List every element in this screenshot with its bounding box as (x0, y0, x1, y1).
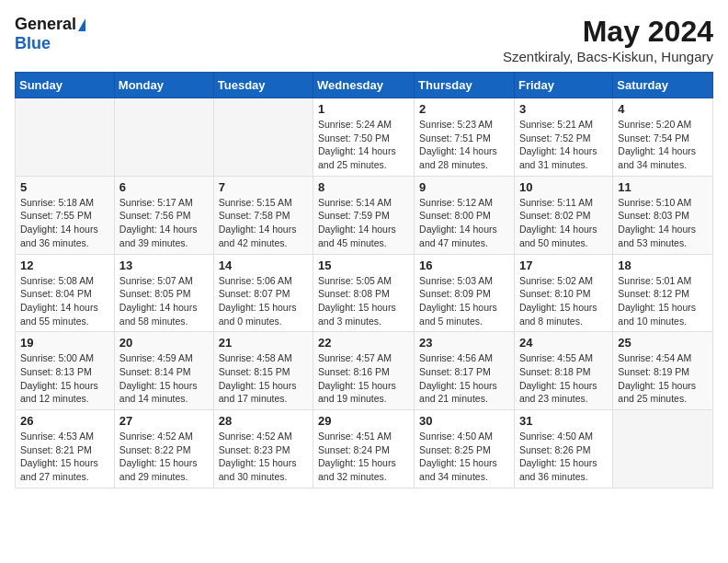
day-info: Sunrise: 4:59 AM Sunset: 8:14 PM Dayligh… (119, 351, 209, 406)
calendar-cell: 11Sunrise: 5:10 AM Sunset: 8:03 PM Dayli… (613, 176, 713, 254)
calendar-cell: 30Sunrise: 4:50 AM Sunset: 8:25 PM Dayli… (415, 410, 515, 488)
day-number: 25 (618, 336, 708, 350)
calendar-cell: 28Sunrise: 4:52 AM Sunset: 8:23 PM Dayli… (213, 410, 313, 488)
day-number: 21 (219, 336, 308, 350)
day-info: Sunrise: 5:08 AM Sunset: 8:04 PM Dayligh… (20, 274, 109, 328)
day-info: Sunrise: 5:21 AM Sunset: 7:52 PM Dayligh… (519, 118, 608, 172)
day-number: 28 (219, 414, 308, 428)
day-info: Sunrise: 5:15 AM Sunset: 7:58 PM Dayligh… (219, 196, 308, 250)
calendar-cell: 9Sunrise: 5:12 AM Sunset: 8:00 PM Daylig… (415, 176, 515, 254)
header-wednesday: Wednesday (313, 73, 415, 98)
day-number: 2 (419, 102, 509, 116)
day-number: 4 (618, 102, 708, 116)
day-info: Sunrise: 4:50 AM Sunset: 8:26 PM Dayligh… (519, 430, 608, 484)
calendar-header-row: SundayMondayTuesdayWednesdayThursdayFrid… (16, 73, 713, 98)
calendar-cell: 31Sunrise: 4:50 AM Sunset: 8:26 PM Dayli… (514, 410, 612, 488)
calendar-subtitle: Szentkiraly, Bacs-Kiskun, Hungary (503, 49, 713, 64)
calendar-cell: 22Sunrise: 4:57 AM Sunset: 8:16 PM Dayli… (313, 332, 415, 410)
day-info: Sunrise: 5:23 AM Sunset: 7:51 PM Dayligh… (419, 118, 509, 172)
calendar-table: SundayMondayTuesdayWednesdayThursdayFrid… (15, 72, 713, 488)
calendar-title: May 2024 (503, 15, 713, 49)
calendar-cell: 25Sunrise: 4:54 AM Sunset: 8:19 PM Dayli… (613, 332, 713, 410)
calendar-week-row: 5Sunrise: 5:18 AM Sunset: 7:55 PM Daylig… (16, 176, 713, 254)
day-info: Sunrise: 5:24 AM Sunset: 7:50 PM Dayligh… (318, 118, 409, 172)
day-info: Sunrise: 5:20 AM Sunset: 7:54 PM Dayligh… (618, 118, 708, 172)
calendar-cell: 12Sunrise: 5:08 AM Sunset: 8:04 PM Dayli… (16, 254, 115, 332)
calendar-cell (16, 98, 115, 177)
header-sunday: Sunday (16, 73, 115, 98)
calendar-cell: 17Sunrise: 5:02 AM Sunset: 8:10 PM Dayli… (514, 254, 612, 332)
day-number: 13 (119, 259, 209, 272)
day-number: 18 (618, 259, 708, 272)
calendar-cell: 1Sunrise: 5:24 AM Sunset: 7:50 PM Daylig… (313, 98, 415, 177)
day-number: 12 (20, 259, 109, 272)
calendar-cell: 7Sunrise: 5:15 AM Sunset: 7:58 PM Daylig… (213, 176, 313, 254)
calendar-cell: 19Sunrise: 5:00 AM Sunset: 8:13 PM Dayli… (16, 332, 115, 410)
day-info: Sunrise: 5:12 AM Sunset: 8:00 PM Dayligh… (419, 196, 509, 250)
day-number: 17 (519, 259, 608, 272)
day-number: 27 (119, 414, 209, 428)
day-info: Sunrise: 4:55 AM Sunset: 8:18 PM Dayligh… (519, 351, 608, 406)
calendar-cell (613, 410, 713, 488)
title-section: May 2024 Szentkiraly, Bacs-Kiskun, Hunga… (503, 15, 713, 64)
calendar-cell: 10Sunrise: 5:11 AM Sunset: 8:02 PM Dayli… (514, 176, 612, 254)
header-friday: Friday (514, 73, 612, 98)
day-number: 23 (419, 336, 509, 350)
day-info: Sunrise: 4:51 AM Sunset: 8:24 PM Dayligh… (318, 430, 409, 484)
calendar-week-row: 1Sunrise: 5:24 AM Sunset: 7:50 PM Daylig… (16, 98, 713, 177)
day-info: Sunrise: 5:14 AM Sunset: 7:59 PM Dayligh… (318, 196, 409, 250)
day-number: 3 (519, 102, 608, 116)
day-number: 11 (618, 180, 708, 194)
calendar-cell: 29Sunrise: 4:51 AM Sunset: 8:24 PM Dayli… (313, 410, 415, 488)
day-number: 31 (519, 414, 608, 428)
day-info: Sunrise: 5:10 AM Sunset: 8:03 PM Dayligh… (618, 196, 708, 250)
calendar-cell: 15Sunrise: 5:05 AM Sunset: 8:08 PM Dayli… (313, 254, 415, 332)
day-info: Sunrise: 4:52 AM Sunset: 8:23 PM Dayligh… (219, 430, 308, 484)
day-info: Sunrise: 4:56 AM Sunset: 8:17 PM Dayligh… (419, 351, 509, 406)
day-number: 6 (119, 180, 209, 194)
calendar-cell: 23Sunrise: 4:56 AM Sunset: 8:17 PM Dayli… (415, 332, 515, 410)
calendar-cell: 13Sunrise: 5:07 AM Sunset: 8:05 PM Dayli… (114, 254, 213, 332)
header-tuesday: Tuesday (213, 73, 313, 98)
day-number: 26 (20, 414, 109, 428)
calendar-cell: 26Sunrise: 4:53 AM Sunset: 8:21 PM Dayli… (16, 410, 115, 488)
day-number: 24 (519, 336, 608, 350)
calendar-cell: 4Sunrise: 5:20 AM Sunset: 7:54 PM Daylig… (613, 98, 713, 177)
day-number: 16 (419, 259, 509, 272)
day-number: 8 (318, 180, 409, 194)
calendar-week-row: 26Sunrise: 4:53 AM Sunset: 8:21 PM Dayli… (16, 410, 713, 488)
logo: General Blue (15, 15, 85, 53)
calendar-cell: 2Sunrise: 5:23 AM Sunset: 7:51 PM Daylig… (415, 98, 515, 177)
logo-general-text: General (15, 15, 76, 34)
day-info: Sunrise: 4:53 AM Sunset: 8:21 PM Dayligh… (20, 430, 109, 484)
calendar-cell: 6Sunrise: 5:17 AM Sunset: 7:56 PM Daylig… (114, 176, 213, 254)
calendar-week-row: 12Sunrise: 5:08 AM Sunset: 8:04 PM Dayli… (16, 254, 713, 332)
header-monday: Monday (114, 73, 213, 98)
page-header: General Blue May 2024 Szentkiraly, Bacs-… (15, 15, 713, 64)
calendar-cell: 5Sunrise: 5:18 AM Sunset: 7:55 PM Daylig… (16, 176, 115, 254)
day-info: Sunrise: 5:11 AM Sunset: 8:02 PM Dayligh… (519, 196, 608, 250)
day-info: Sunrise: 5:02 AM Sunset: 8:10 PM Dayligh… (519, 274, 608, 328)
calendar-cell: 14Sunrise: 5:06 AM Sunset: 8:07 PM Dayli… (213, 254, 313, 332)
header-thursday: Thursday (415, 73, 515, 98)
day-number: 29 (318, 414, 409, 428)
day-info: Sunrise: 4:57 AM Sunset: 8:16 PM Dayligh… (318, 351, 409, 406)
calendar-cell: 27Sunrise: 4:52 AM Sunset: 8:22 PM Dayli… (114, 410, 213, 488)
day-info: Sunrise: 5:06 AM Sunset: 8:07 PM Dayligh… (219, 274, 308, 328)
calendar-cell (114, 98, 213, 177)
day-number: 14 (219, 259, 308, 272)
day-number: 15 (318, 259, 409, 272)
day-info: Sunrise: 5:00 AM Sunset: 8:13 PM Dayligh… (20, 351, 109, 406)
calendar-cell: 21Sunrise: 4:58 AM Sunset: 8:15 PM Dayli… (213, 332, 313, 410)
calendar-cell: 3Sunrise: 5:21 AM Sunset: 7:52 PM Daylig… (514, 98, 612, 177)
day-number: 20 (119, 336, 209, 350)
day-info: Sunrise: 5:18 AM Sunset: 7:55 PM Dayligh… (20, 196, 109, 250)
calendar-cell: 16Sunrise: 5:03 AM Sunset: 8:09 PM Dayli… (415, 254, 515, 332)
calendar-cell: 8Sunrise: 5:14 AM Sunset: 7:59 PM Daylig… (313, 176, 415, 254)
header-saturday: Saturday (613, 73, 713, 98)
logo-blue-text: Blue (15, 34, 51, 53)
day-info: Sunrise: 4:50 AM Sunset: 8:25 PM Dayligh… (419, 430, 509, 484)
calendar-week-row: 19Sunrise: 5:00 AM Sunset: 8:13 PM Dayli… (16, 332, 713, 410)
day-info: Sunrise: 4:58 AM Sunset: 8:15 PM Dayligh… (219, 351, 308, 406)
day-info: Sunrise: 5:03 AM Sunset: 8:09 PM Dayligh… (419, 274, 509, 328)
